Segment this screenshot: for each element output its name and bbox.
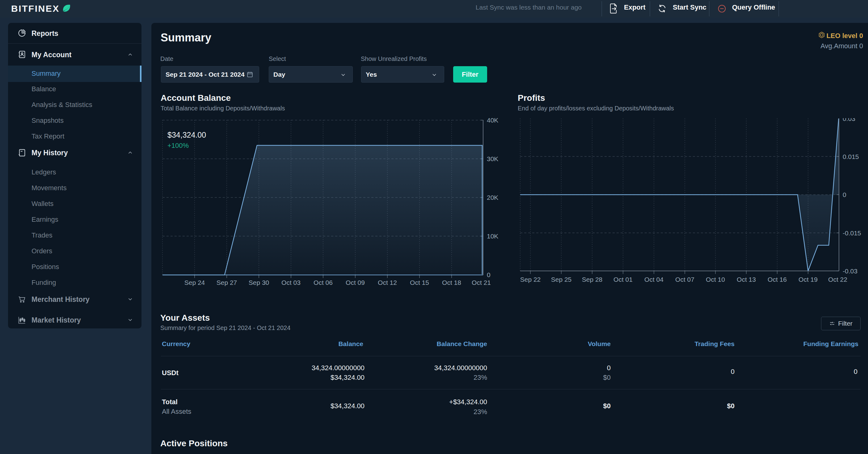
svg-text:20K: 20K — [487, 194, 498, 201]
svg-text:Sep 30: Sep 30 — [249, 279, 269, 286]
svg-text:Sep 24: Sep 24 — [184, 279, 205, 286]
svg-text:Oct 19: Oct 19 — [799, 276, 818, 283]
svg-text:Oct 06: Oct 06 — [313, 279, 333, 286]
svg-text:Oct 10: Oct 10 — [706, 276, 725, 283]
svg-text:Sep 25: Sep 25 — [551, 276, 572, 283]
svg-text:Oct 07: Oct 07 — [675, 276, 694, 283]
svg-text:Oct 04: Oct 04 — [644, 276, 663, 283]
svg-text:$34,324.00: $34,324.00 — [167, 131, 206, 139]
svg-text:-0.03: -0.03 — [843, 267, 858, 275]
svg-text:Oct 12: Oct 12 — [378, 279, 397, 286]
svg-text:0.03: 0.03 — [843, 115, 855, 122]
svg-text:Oct 21: Oct 21 — [472, 279, 491, 286]
svg-text:40K: 40K — [487, 117, 498, 124]
svg-text:10K: 10K — [487, 233, 498, 240]
svg-text:-0.015: -0.015 — [843, 229, 861, 236]
svg-text:Sep 27: Sep 27 — [217, 279, 237, 286]
svg-text:Oct 15: Oct 15 — [410, 279, 429, 286]
svg-text:Sep 28: Sep 28 — [582, 276, 603, 283]
svg-text:Oct 13: Oct 13 — [737, 276, 756, 283]
svg-text:0: 0 — [843, 191, 846, 198]
svg-text:Oct 16: Oct 16 — [768, 276, 787, 283]
svg-text:0: 0 — [487, 271, 491, 278]
svg-text:Oct 03: Oct 03 — [281, 279, 301, 286]
svg-text:Oct 01: Oct 01 — [614, 276, 632, 283]
svg-text:0.015: 0.015 — [843, 153, 859, 160]
svg-text:Oct 09: Oct 09 — [346, 279, 365, 286]
svg-text:+100%: +100% — [167, 142, 189, 149]
svg-text:Oct 18: Oct 18 — [442, 279, 461, 286]
svg-text:Sep 22: Sep 22 — [520, 276, 541, 283]
svg-text:30K: 30K — [487, 155, 498, 162]
svg-text:Oct 22: Oct 22 — [828, 276, 847, 283]
